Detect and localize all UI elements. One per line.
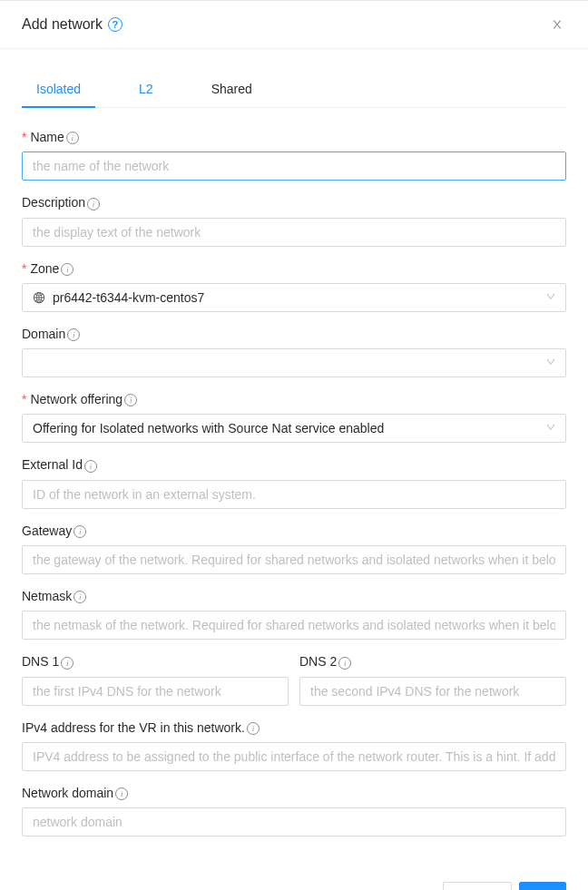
info-icon[interactable]: i	[338, 657, 351, 670]
tab-shared[interactable]: Shared	[197, 71, 267, 107]
form-row-netmask: Netmaski	[22, 589, 566, 640]
netmask-input[interactable]	[22, 611, 566, 640]
form-row-dns: DNS 1i DNS 2i	[22, 654, 566, 705]
external-id-label-text: External Id	[22, 457, 83, 472]
external-id-label: External Idi	[22, 457, 566, 472]
dns1-input[interactable]	[22, 677, 289, 706]
form-row-ipv4-vr: IPv4 address for the VR in this network.…	[22, 720, 566, 771]
description-input[interactable]	[22, 218, 566, 247]
cancel-button[interactable]: Cancel	[443, 882, 512, 890]
info-icon[interactable]: i	[61, 263, 74, 276]
tab-isolated[interactable]: Isolated	[22, 71, 95, 107]
modal-header: Add network ?	[0, 1, 588, 49]
description-label-text: Description	[22, 195, 85, 210]
form-row-network-domain: Network domaini	[22, 786, 566, 836]
modal-body: Isolated L2 Shared *Namei Descriptioni *…	[0, 49, 588, 873]
info-icon[interactable]: i	[87, 198, 100, 210]
dns2-input[interactable]	[299, 677, 566, 706]
form-row-network-offering: *Network offeringi Offering for Isolated…	[22, 392, 566, 443]
external-id-input[interactable]	[22, 480, 566, 509]
form-row-description: Descriptioni	[22, 195, 566, 246]
close-button[interactable]	[548, 15, 566, 34]
name-label: *Namei	[22, 130, 566, 144]
form-row-gateway: Gatewayi	[22, 523, 566, 574]
domain-select[interactable]	[22, 348, 566, 377]
form-row-zone: *Zonei pr6442-t6344-kvm-centos7	[22, 261, 566, 312]
info-icon[interactable]: i	[66, 132, 79, 144]
info-icon[interactable]: i	[115, 787, 128, 800]
ipv4-vr-label: IPv4 address for the VR in this network.…	[22, 720, 566, 735]
info-icon[interactable]: i	[84, 460, 97, 473]
domain-label: Domaini	[22, 327, 566, 341]
name-label-text: Name	[30, 130, 64, 144]
form-row-domain: Domaini	[22, 327, 566, 377]
description-label: Descriptioni	[22, 195, 566, 210]
network-domain-input[interactable]	[22, 807, 566, 836]
zone-label-text: Zone	[30, 261, 59, 276]
info-icon[interactable]: i	[61, 657, 74, 670]
network-offering-label-text: Network offering	[30, 392, 122, 406]
network-offering-label: *Network offeringi	[22, 392, 566, 406]
required-mark: *	[22, 261, 26, 276]
tabs: Isolated L2 Shared	[22, 71, 566, 108]
globe-icon	[33, 291, 45, 304]
form-row-name: *Namei	[22, 130, 566, 181]
zone-select-wrapper: pr6442-t6344-kvm-centos7	[22, 283, 566, 312]
network-domain-label: Network domaini	[22, 786, 566, 800]
modal-title: Add network ?	[22, 16, 122, 33]
required-mark: *	[22, 392, 26, 406]
netmask-label: Netmaski	[22, 589, 566, 603]
zone-label: *Zonei	[22, 261, 566, 276]
info-icon[interactable]: i	[247, 722, 260, 735]
name-input[interactable]	[22, 152, 566, 181]
form-col-dns1: DNS 1i	[22, 654, 289, 705]
dns2-label: DNS 2i	[299, 654, 566, 669]
info-icon[interactable]: i	[67, 328, 80, 341]
network-offering-select-value: Offering for Isolated networks with Sour…	[33, 421, 384, 435]
network-offering-select[interactable]: Offering for Isolated networks with Sour…	[22, 414, 566, 443]
gateway-label-text: Gateway	[22, 523, 72, 538]
zone-select-value: pr6442-t6344-kvm-centos7	[53, 290, 204, 305]
required-mark: *	[22, 130, 26, 144]
dns1-label-text: DNS 1	[22, 654, 59, 669]
modal-footer: Cancel OK	[0, 873, 588, 890]
network-offering-select-wrapper: Offering for Isolated networks with Sour…	[22, 414, 566, 443]
netmask-label-text: Netmask	[22, 589, 72, 603]
zone-select[interactable]: pr6442-t6344-kvm-centos7	[22, 283, 566, 312]
tab-l2[interactable]: L2	[124, 71, 168, 107]
info-icon[interactable]: i	[124, 394, 137, 406]
info-icon[interactable]: i	[74, 591, 86, 603]
gateway-label: Gatewayi	[22, 523, 566, 538]
ok-button[interactable]: OK	[519, 882, 566, 890]
form-row-external-id: External Idi	[22, 457, 566, 508]
ipv4-vr-label-text: IPv4 address for the VR in this network.	[22, 720, 245, 735]
domain-label-text: Domain	[22, 327, 65, 341]
ipv4-vr-input[interactable]	[22, 742, 566, 771]
gateway-input[interactable]	[22, 545, 566, 574]
dns2-label-text: DNS 2	[299, 654, 337, 669]
help-icon[interactable]: ?	[108, 17, 122, 32]
domain-select-wrapper	[22, 348, 566, 377]
network-domain-label-text: Network domain	[22, 786, 113, 800]
info-icon[interactable]: i	[74, 525, 86, 538]
close-icon	[551, 18, 564, 31]
dns1-label: DNS 1i	[22, 654, 289, 669]
form-col-dns2: DNS 2i	[299, 654, 566, 705]
modal-title-text: Add network	[22, 16, 103, 33]
add-network-modal: Add network ? Isolated L2 Shared *Namei …	[0, 0, 588, 890]
